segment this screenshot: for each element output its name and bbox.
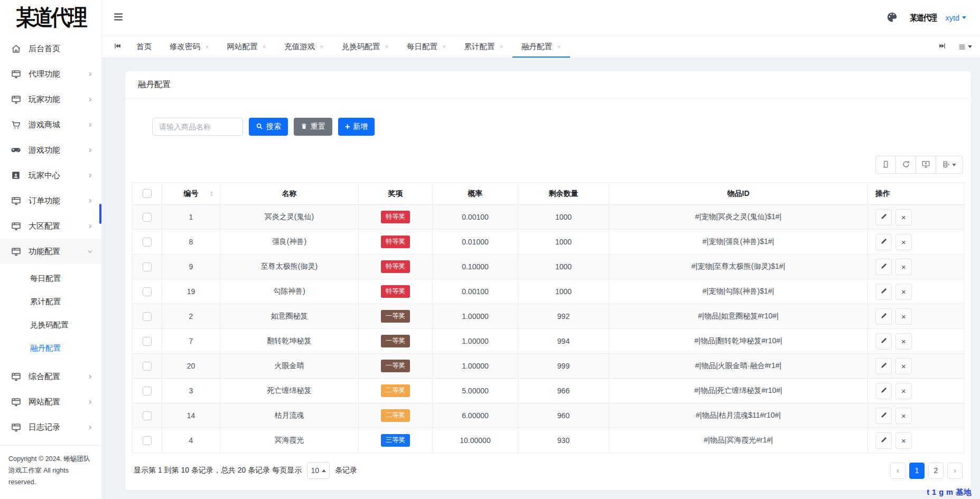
column-header-no[interactable]: 编号▲▼ [162,183,220,205]
tab-redeem-config[interactable]: 兑换码配置× [333,36,398,58]
edit-button[interactable] [875,358,892,374]
tab-home[interactable]: 首页 [127,36,161,58]
sidebar-subitem-redeem[interactable]: 兑换码配置 [0,313,101,336]
row-checkbox[interactable] [143,312,152,321]
tab-website-config[interactable]: 网站配置× [218,36,276,58]
edit-button[interactable] [875,284,892,300]
row-checkbox[interactable] [143,387,152,396]
tab-cumulative-config[interactable]: 累计配置× [455,36,512,58]
sidebar-item-zone[interactable]: 大区配置 [0,213,101,239]
product-name-input[interactable] [152,118,243,136]
user-menu[interactable]: xytd [945,14,966,22]
refresh-button[interactable] [895,156,916,174]
edit-button[interactable] [875,432,892,449]
delete-button[interactable]: × [895,209,912,225]
sidebar-item-website[interactable]: 网站配置 [0,389,101,415]
close-icon: × [901,436,906,445]
sidebar-item-game[interactable]: 游戏功能 [0,137,101,163]
close-icon[interactable]: × [263,43,267,50]
close-icon[interactable]: × [499,43,503,50]
delete-button[interactable]: × [895,234,912,250]
display-icon [11,397,21,407]
close-icon[interactable]: × [442,43,446,50]
row-checkbox[interactable] [143,411,152,420]
search-button[interactable]: 搜索 [249,118,288,136]
cell-item-id: #|宠物|勾陈(神兽)$1#| [609,279,868,304]
select-all-checkbox[interactable] [143,189,152,198]
delete-button[interactable]: × [895,284,912,300]
page-button-2[interactable]: 2 [928,463,944,479]
edit-button[interactable] [875,383,892,399]
tabbar-right [932,36,975,58]
row-checkbox[interactable] [143,362,152,371]
delete-button[interactable]: × [895,358,912,374]
delete-button[interactable]: × [895,259,912,275]
columns-button[interactable] [936,156,963,174]
close-icon[interactable]: × [385,43,389,50]
close-icon[interactable]: × [557,43,561,50]
edit-button[interactable] [875,408,892,424]
sidebar-item-logs[interactable]: 日志记录 [0,415,101,440]
edit-button[interactable] [875,234,892,250]
delete-button[interactable]: × [895,408,912,424]
row-checkbox[interactable] [143,238,152,247]
add-button[interactable]: + 新增 [338,118,375,136]
sidebar-item-shop[interactable]: 游戏商城 [0,112,101,137]
delete-button[interactable]: × [895,383,912,399]
delete-button[interactable]: × [895,432,912,449]
page-size-select[interactable]: 10 [307,462,330,479]
sidebar-item-feature[interactable]: 功能配置 [0,239,101,264]
delete-button[interactable]: × [895,333,912,350]
cell-remaining: 1000 [518,279,609,304]
page-title: 融丹配置 [125,71,971,99]
sidebar-item-general[interactable]: 综合配置 [0,364,101,389]
tab-change-password[interactable]: 修改密码× [161,36,218,58]
prize-badge: 特等奖 [381,285,410,298]
tabs-menu-button[interactable] [955,43,975,51]
edit-button[interactable] [875,333,892,350]
next-page-button[interactable]: › [947,463,963,479]
app-logo: 某道代理 [0,0,101,38]
edit-button[interactable] [875,209,892,225]
tab-daily-config[interactable]: 每日配置× [398,36,455,58]
cell-item-id: #|物品|翻转乾坤秘笈#r10#| [609,329,868,354]
row-checkbox[interactable] [143,213,152,222]
page-button-1[interactable]: 1 [909,463,925,479]
reset-button[interactable]: 重置 [294,118,332,136]
row-checkbox[interactable] [143,287,152,296]
sidebar-item-agent[interactable]: 代理功能 [0,61,101,87]
close-icon: × [901,238,906,247]
close-icon: × [901,411,906,420]
sidebar-item-player-center[interactable]: 玩家中心 [0,163,101,188]
sidebar-subitem-daily[interactable]: 每日配置 [0,267,101,290]
tab-rongdan-config[interactable]: 融丹配置× [512,36,570,58]
fullscreen-button[interactable] [916,156,936,174]
sidebar-subitem-rongdan[interactable]: 融丹配置 [0,336,101,360]
pagination-toggle-button[interactable] [875,156,896,174]
tab-recharge-game[interactable]: 充值游戏× [275,36,333,58]
close-icon[interactable]: × [205,43,209,50]
gamepad-icon [11,145,21,155]
close-icon: × [901,213,906,222]
cell-name: 冥海霞光 [220,428,359,453]
theme-button[interactable] [883,8,901,27]
sidebar-item-order[interactable]: 订单功能 [0,188,101,213]
user-avatar[interactable]: 某道代理 [910,7,936,29]
close-icon[interactable]: × [320,43,324,50]
sidebar-toggle-button[interactable] [109,8,127,27]
edit-button[interactable] [875,308,892,325]
prev-page-button[interactable]: ‹ [890,463,906,479]
sidebar-scrollbar-thumb[interactable] [99,204,101,224]
edit-button[interactable] [875,259,892,275]
row-checkbox[interactable] [143,436,152,445]
sidebar-item-dashboard[interactable]: 后台首页 [0,36,101,61]
row-checkbox[interactable] [143,262,152,271]
cell-probability: 10.00000 [433,428,518,453]
tabs-scroll-end-button[interactable] [932,42,953,51]
tabs-scroll-start-button[interactable] [107,36,127,58]
sidebar-subitem-cumulative[interactable]: 累计配置 [0,290,101,313]
delete-button[interactable]: × [895,308,912,325]
chevron-right-icon [87,71,93,77]
row-checkbox[interactable] [143,337,152,346]
sidebar-item-player[interactable]: 玩家功能 [0,87,101,112]
